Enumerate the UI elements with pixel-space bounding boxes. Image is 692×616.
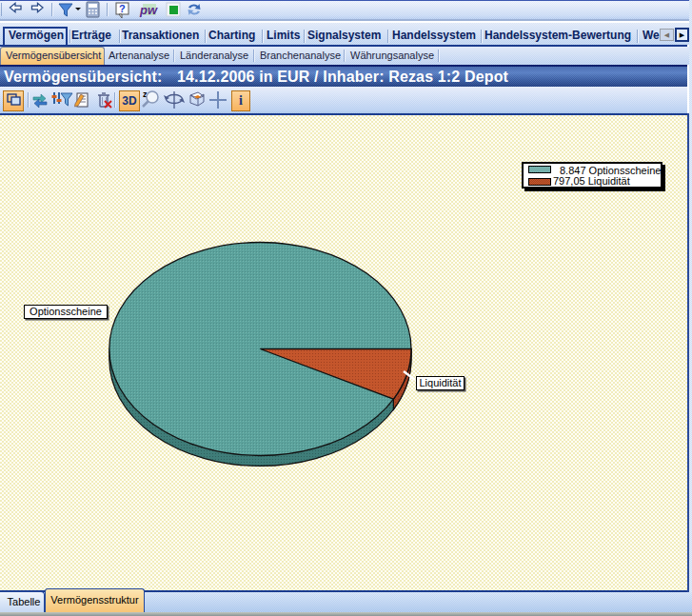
svg-text:pw: pw (139, 3, 158, 17)
svg-text:?: ? (119, 3, 126, 14)
